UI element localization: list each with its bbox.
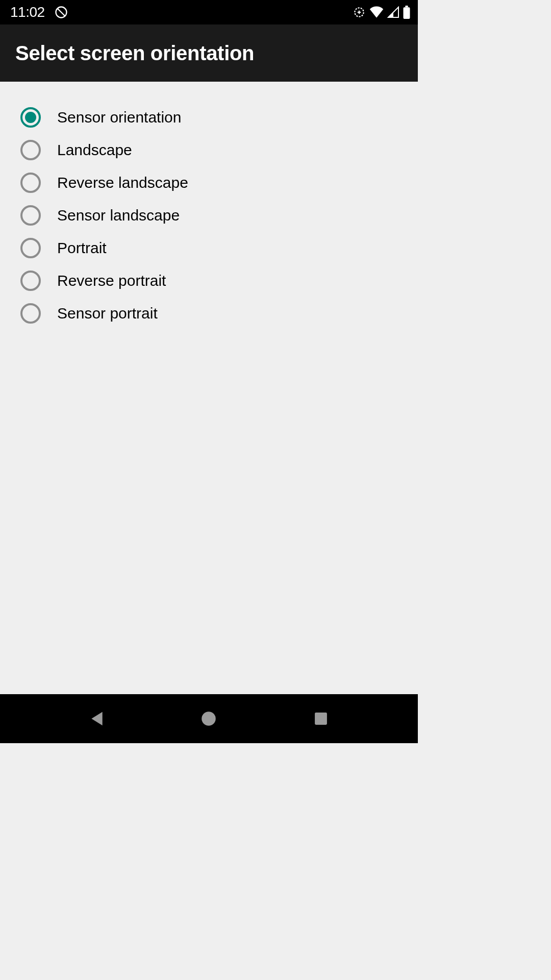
svg-rect-4 <box>404 7 410 19</box>
option-label: Sensor orientation <box>57 109 182 126</box>
option-landscape[interactable]: Landscape <box>20 134 397 166</box>
back-icon <box>90 710 104 727</box>
nav-bar <box>0 694 418 743</box>
option-portrait[interactable]: Portrait <box>20 232 397 264</box>
radio-unselected-icon <box>20 140 41 160</box>
option-label: Sensor landscape <box>57 207 180 224</box>
page-title: Select screen orientation <box>15 42 254 65</box>
data-saver-icon <box>353 6 366 19</box>
radio-unselected-icon <box>20 271 41 291</box>
radio-selected-icon <box>20 107 41 128</box>
option-sensor-portrait[interactable]: Sensor portrait <box>20 297 397 330</box>
option-sensor-orientation[interactable]: Sensor orientation <box>20 101 397 134</box>
battery-icon <box>403 6 411 19</box>
svg-rect-5 <box>405 6 408 7</box>
option-label: Reverse portrait <box>57 272 166 289</box>
option-reverse-landscape[interactable]: Reverse landscape <box>20 166 397 199</box>
back-button[interactable] <box>82 703 112 734</box>
home-button[interactable] <box>193 703 224 734</box>
radio-unselected-icon <box>20 173 41 193</box>
content-area: Sensor orientation Landscape Reverse lan… <box>0 82 418 743</box>
recents-button[interactable] <box>306 703 336 734</box>
option-label: Reverse landscape <box>57 174 188 191</box>
radio-unselected-icon <box>20 238 41 258</box>
status-time: 11:02 <box>10 4 45 20</box>
svg-rect-7 <box>315 713 327 725</box>
option-label: Sensor portrait <box>57 305 158 322</box>
recents-icon <box>314 712 328 725</box>
svg-point-6 <box>202 712 216 726</box>
option-label: Portrait <box>57 239 107 257</box>
screen: 11:02 <box>0 0 418 743</box>
dnd-icon <box>54 5 68 19</box>
home-icon <box>201 711 216 726</box>
radio-unselected-icon <box>20 205 41 226</box>
app-bar: Select screen orientation <box>0 24 418 82</box>
status-bar: 11:02 <box>0 0 418 24</box>
cellular-icon <box>387 6 399 18</box>
wifi-icon <box>369 6 384 18</box>
option-label: Landscape <box>57 141 132 159</box>
option-sensor-landscape[interactable]: Sensor landscape <box>20 199 397 232</box>
radio-unselected-icon <box>20 303 41 324</box>
status-right <box>353 6 411 19</box>
status-left: 11:02 <box>10 4 68 20</box>
option-reverse-portrait[interactable]: Reverse portrait <box>20 264 397 297</box>
